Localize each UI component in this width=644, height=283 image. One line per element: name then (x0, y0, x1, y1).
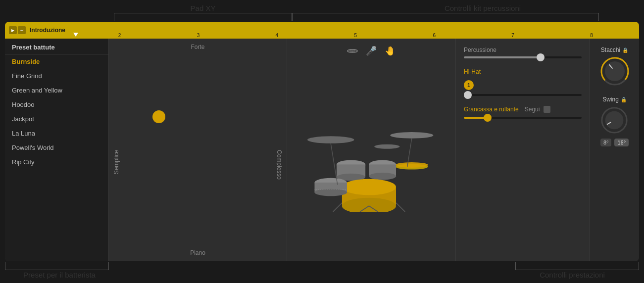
ruler-track: 2 3 4 5 6 7 8 (73, 32, 635, 39)
grancassa-slider[interactable] (464, 117, 582, 119)
ruler-marker-6: 6 (433, 33, 436, 38)
sidebar-header: Preset battute (5, 39, 108, 54)
xy-label-complesso: Complesso (276, 150, 283, 180)
svg-point-32 (605, 111, 623, 130)
sidebar-item-burnside[interactable]: Burnside (5, 54, 108, 69)
playhead[interactable] (73, 33, 78, 37)
stacchi-knob-section: Stacchi 🔒 (600, 47, 630, 86)
play-icon[interactable]: ▶ (9, 26, 17, 34)
sidebar-item-jackpot[interactable]: Jackpot (5, 112, 108, 126)
mic-icon[interactable]: 🎤 (366, 46, 377, 59)
svg-point-12 (369, 172, 396, 180)
timeline-title: Introduzione (30, 27, 65, 34)
label-preset-batterista: Preset per il batterista (10, 271, 109, 279)
segui-checkbox[interactable] (544, 106, 550, 113)
xy-pad[interactable]: Forte Piano Semplice Complesso (109, 39, 287, 261)
swing-lock-icon[interactable]: 🔒 (621, 97, 627, 102)
ruler-marker-7: 7 (511, 33, 514, 38)
segui-label: Segui (525, 106, 540, 113)
swing-label: Swing (602, 96, 619, 103)
bracket-pad-xy (114, 13, 292, 21)
percussione-section: Percussione (464, 47, 582, 58)
label-controlli-prestazioni: Controlli prestazioni (510, 271, 634, 279)
drum-kit-area: 🎤 🤚 (287, 39, 456, 261)
hand-icon[interactable]: 🤚 (385, 46, 396, 59)
stacchi-lock-icon[interactable]: 🔒 (622, 47, 628, 53)
hihat-slider[interactable] (464, 94, 582, 96)
svg-point-3 (390, 132, 433, 139)
sidebar-list: Burnside Fine Grind Green and Yellow Hoo… (5, 54, 108, 261)
timeline-header: ▶ ↩ Introduzione 2 3 4 5 6 7 8 (5, 22, 639, 39)
percussione-thumb[interactable] (537, 53, 545, 61)
degree-16[interactable]: 16° (614, 139, 629, 146)
hihat-badge: 1 (464, 80, 474, 90)
svg-point-4 (374, 144, 399, 148)
svg-point-6 (396, 162, 428, 168)
xy-dot[interactable] (152, 110, 165, 123)
svg-point-2 (307, 136, 354, 143)
bracket-controlli-prestazioni (515, 262, 639, 270)
xy-label-piano: Piano (109, 249, 287, 256)
grancassa-section: Grancassa e rullante Segui (464, 106, 582, 119)
grancassa-thumb[interactable] (484, 114, 492, 122)
controls-panel: Percussione Hi-Hat 1 Grancassa e rullant… (456, 39, 590, 261)
swing-knob[interactable] (600, 106, 630, 136)
timeline-play-icons: ▶ ↩ (9, 26, 26, 34)
svg-line-21 (333, 202, 342, 211)
knobs-panel: Stacchi 🔒 (590, 39, 639, 261)
degrees-row: 8° 16° (600, 139, 629, 146)
percussione-slider[interactable] (464, 56, 582, 58)
sidebar-item-powells-world[interactable]: Powell's World (5, 141, 108, 155)
swing-label-row: Swing 🔒 (602, 96, 627, 103)
ruler-marker-2: 2 (118, 33, 121, 38)
sidebar-item-rip-city[interactable]: Rip City (5, 155, 108, 169)
grancassa-label: Grancassa e rullante (464, 106, 519, 113)
swing-knob-section: Swing 🔒 8° 16° (594, 96, 635, 146)
sidebar: Preset battute Burnside Fine Grind Green… (5, 39, 109, 261)
stacchi-label-row: Stacchi 🔒 (601, 47, 628, 53)
loop-icon[interactable]: ↩ (18, 26, 26, 34)
drum-kit-icons: 🎤 🤚 (287, 39, 455, 63)
ruler-marker-4: 4 (276, 33, 279, 38)
hihat-label: Hi-Hat (464, 68, 582, 75)
degree-8[interactable]: 8° (600, 139, 612, 146)
cymbal-icon[interactable] (347, 46, 358, 59)
ruler-marker-8: 8 (590, 33, 593, 38)
app-container: ▶ ↩ Introduzione 2 3 4 5 6 7 8 Preset ba… (5, 22, 639, 261)
svg-point-19 (314, 189, 347, 196)
drum-visual (287, 63, 455, 261)
sidebar-item-fine-grind[interactable]: Fine Grind (5, 69, 108, 83)
percussione-fill (464, 56, 541, 58)
xy-pad-canvas[interactable]: Forte Piano Semplice Complesso (109, 39, 287, 261)
stacchi-knob[interactable] (600, 56, 630, 86)
sidebar-item-green-yellow[interactable]: Green and Yellow (5, 83, 108, 97)
stacchi-label: Stacchi (601, 47, 620, 53)
label-pad-xy: Pad XY (129, 4, 277, 12)
percussione-label: Percussione (464, 47, 582, 53)
hihat-thumb[interactable] (464, 91, 472, 99)
sidebar-item-hoodoo[interactable]: Hoodoo (5, 97, 108, 112)
svg-line-22 (396, 202, 405, 211)
xy-label-semplice: Semplice (113, 150, 120, 174)
ruler-marker-3: 3 (197, 33, 200, 38)
bracket-controlli-kit (292, 13, 599, 21)
grancassa-row: Grancassa e rullante Segui (464, 106, 582, 113)
sidebar-item-la-luna[interactable]: La Luna (5, 126, 108, 141)
main-content: Preset battute Burnside Fine Grind Green… (5, 39, 639, 261)
svg-point-29 (605, 61, 625, 81)
ruler-marker-5: 5 (354, 33, 357, 38)
svg-point-0 (347, 49, 357, 52)
timeline-ruler: 2 3 4 5 6 7 8 (73, 22, 635, 39)
label-controlli-kit: Controlli kit percussioni (396, 4, 569, 12)
svg-point-1 (349, 50, 355, 52)
bracket-preset-batterista (5, 262, 109, 270)
svg-point-16 (342, 179, 396, 195)
xy-label-forte: Forte (109, 44, 287, 50)
drum-kit-svg (302, 113, 441, 212)
hihat-section: Hi-Hat 1 (464, 68, 582, 96)
